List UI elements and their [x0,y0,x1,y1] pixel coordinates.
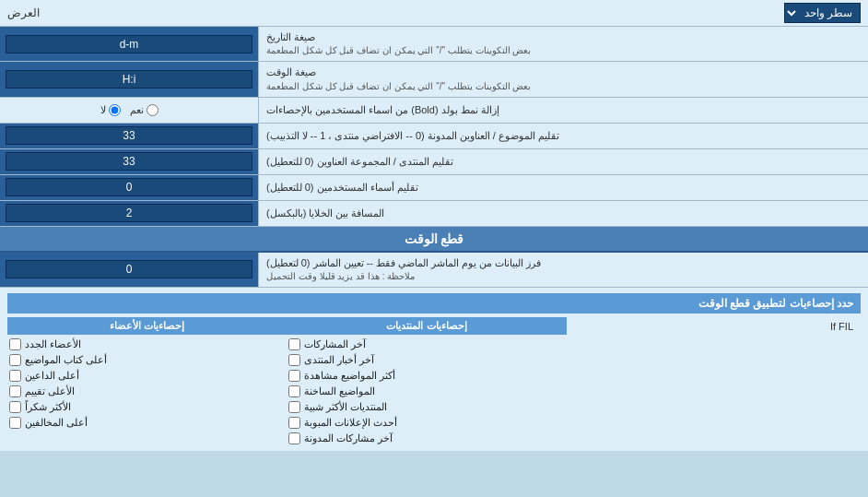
cutoff-header-row: قطع الوقت [0,227,868,253]
checkbox-forums-6[interactable] [288,432,300,444]
date-format-row: صيغة التاريخ بعض التكوينات يتطلب "/" الت… [0,27,868,62]
list-item: الأكثر شكراً [7,400,287,414]
checkbox-members-1[interactable] [9,354,21,366]
list-item: أعلى الداعين [7,369,287,383]
date-format-input-cell [0,27,258,61]
checkbox-forums-5[interactable] [288,417,300,429]
list-item: آخر أخبار المنتدى [287,353,566,367]
bold-remove-label: إزالة نمط بولد (Bold) من اسماء المستخدمي… [258,98,868,123]
cutoff-row: فرز البيانات من يوم الماشر الماضي فقط --… [0,253,868,288]
time-format-input[interactable] [6,70,252,89]
bold-yes-label[interactable]: نعم [130,104,158,116]
topic-titles-label: تقليم الموضوع / العناوين المدونة (0 -- ا… [258,124,868,148]
checkbox-forums-1[interactable] [288,354,300,366]
checkbox-members-4[interactable] [9,401,21,413]
date-format-input[interactable] [6,35,252,53]
cell-spacing-input[interactable] [6,204,252,222]
cutoff-label: فرز البيانات من يوم الماشر الماضي فقط --… [258,253,868,287]
time-format-row: صيغة الوقت بعض التكوينات يتطلب "/" التي … [0,62,868,97]
list-item: آخر المشاركات [287,337,566,351]
bold-yes-radio[interactable] [147,104,158,116]
stats-left-label: If FIL [567,317,861,445]
bold-remove-radio-cell: نعم لا [0,98,258,123]
checkbox-members-5[interactable] [9,417,21,429]
display-select[interactable]: سطر واحدسطرينثلاثة أسطر [784,3,861,23]
forum-titles-input-cell [0,149,258,174]
checkbox-forums-2[interactable] [288,370,300,382]
list-item: المواضيع الساخنة [287,385,566,398]
top-header-row: سطر واحدسطرينثلاثة أسطر العرض [0,0,868,27]
list-item: آخر مشاركات المدونة [287,432,566,445]
stats-members-col: إحصاءيات الأعضاء الأعضاء الجدد أعلى كتاب… [7,317,287,445]
list-item: الأعلى تقييم [7,385,287,398]
list-item: أحدث الإعلانات المبوبة [287,416,566,430]
list-item: الأعضاء الجدد [7,337,287,351]
user-names-row: تقليم أسماء المستخدمين (0 للتعطيل) [0,175,868,201]
stats-forums-items: آخر المشاركات آخر أخبار المنتدى أكثر الم… [287,337,566,445]
forum-titles-input[interactable] [6,152,252,171]
stats-forums-col: إحصاءيات المنتديات آخر المشاركات آخر أخب… [287,317,566,445]
topic-titles-input-cell [0,124,258,148]
bold-no-label[interactable]: لا [100,104,121,116]
list-item: أعلى المخالفين [7,416,287,430]
list-item: أكثر المواضيع مشاهدة [287,369,566,383]
cutoff-input-cell [0,253,258,287]
user-names-input[interactable] [6,178,252,196]
list-item: المنتديات الأكثر شبية [287,400,566,414]
checkbox-forums-3[interactable] [288,385,300,397]
top-right-label: العرض [7,6,40,19]
checkbox-forums-4[interactable] [288,401,300,413]
stats-forums-header: إحصاءيات المنتديات [287,317,566,335]
topic-titles-row: تقليم الموضوع / العناوين المدونة (0 -- ا… [0,124,868,149]
stats-members-items: الأعضاء الجدد أعلى كتاب المواضيع أعلى ال… [7,337,287,430]
date-format-label: صيغة التاريخ بعض التكوينات يتطلب "/" الت… [258,27,868,61]
stats-header: حدد إحصاءيات لتطبيق قطع الوقت [7,293,861,314]
bold-no-radio[interactable] [109,104,121,116]
time-format-label: صيغة الوقت بعض التكوينات يتطلب "/" التي … [258,62,868,96]
stats-members-header: إحصاءيات الأعضاء [7,317,287,335]
checkbox-members-2[interactable] [9,370,21,382]
cutoff-header: قطع الوقت [0,227,868,251]
cutoff-input[interactable] [6,260,252,278]
time-format-input-cell [0,62,258,96]
list-item: أعلى كتاب المواضيع [7,353,287,367]
display-select-wrapper[interactable]: سطر واحدسطرينثلاثة أسطر [784,3,861,23]
cell-spacing-input-cell [0,201,258,226]
cell-spacing-label: المسافة بين الخلايا (بالبكسل) [258,201,868,226]
bold-remove-row: إزالة نمط بولد (Bold) من اسماء المستخدمي… [0,98,868,124]
user-names-input-cell [0,175,258,200]
checkbox-members-3[interactable] [9,385,21,397]
checkbox-forums-0[interactable] [288,338,300,350]
forum-titles-label: تقليم المنتدى / المجموعة العناوين (0 للت… [258,149,868,174]
checkbox-members-0[interactable] [9,338,21,350]
topic-titles-input[interactable] [6,126,252,145]
stats-section: حدد إحصاءيات لتطبيق قطع الوقت If FIL إحص… [0,288,868,451]
forum-titles-row: تقليم المنتدى / المجموعة العناوين (0 للت… [0,149,868,175]
cell-spacing-row: المسافة بين الخلايا (بالبكسل) [0,201,868,227]
user-names-label: تقليم أسماء المستخدمين (0 للتعطيل) [258,175,868,200]
